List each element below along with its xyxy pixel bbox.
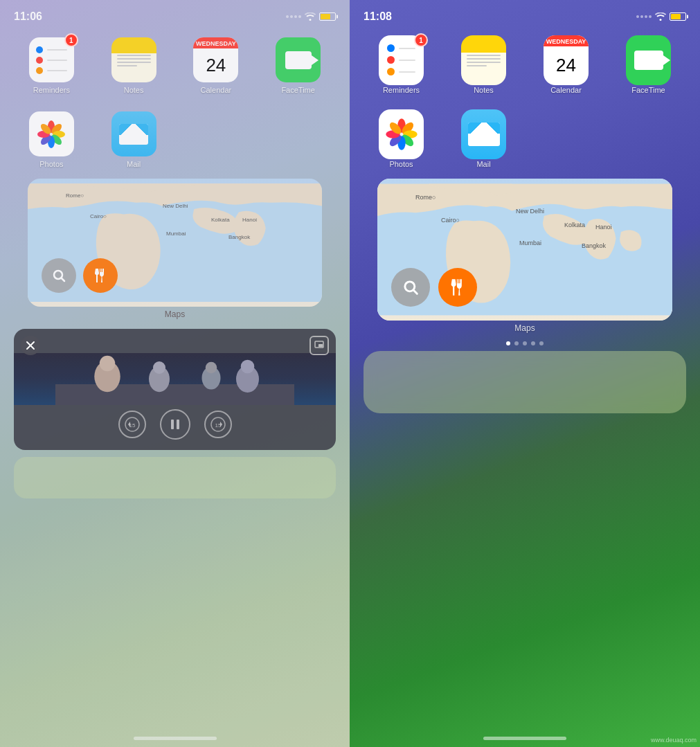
left-rewind-btn[interactable]: 15 xyxy=(118,411,146,438)
left-battery-icon xyxy=(319,12,336,21)
right-map-restaurant-btn[interactable] xyxy=(438,268,477,307)
right-calendar-label: Calendar xyxy=(550,86,582,94)
right-reminder-dot-orange xyxy=(387,68,395,75)
svg-rect-15 xyxy=(318,344,323,347)
reminder-dot-orange xyxy=(36,67,43,74)
right-notes-lines xyxy=(461,35,506,71)
left-mail-icon[interactable] xyxy=(111,111,156,156)
left-notes-icon[interactable] xyxy=(111,37,156,82)
right-mail-label: Mail xyxy=(476,160,490,168)
right-facetime-app[interactable]: FaceTime xyxy=(611,37,686,94)
left-phone: 11:06 xyxy=(0,0,350,747)
left-time: 11:06 xyxy=(14,10,42,23)
left-reminders-icon[interactable]: 1 xyxy=(29,37,74,82)
right-reminder-row-2 xyxy=(387,56,415,64)
right-photos-app[interactable]: Photos xyxy=(364,111,439,168)
page-dot-3 xyxy=(523,341,527,345)
left-video-close[interactable] xyxy=(21,336,40,355)
right-facetime-label: FaceTime xyxy=(631,86,665,94)
left-home-bar xyxy=(134,737,217,740)
svg-point-22 xyxy=(206,362,217,374)
right-phone: 11:08 xyxy=(350,0,700,747)
left-map-restaurant-btn[interactable] xyxy=(83,258,118,293)
right-signal xyxy=(636,15,652,18)
reminder-row-3 xyxy=(36,67,67,74)
right-mail-icon[interactable] xyxy=(461,111,506,156)
left-empty-1 xyxy=(179,111,224,156)
facetime-camera xyxy=(285,51,312,69)
right-mail-app[interactable]: Mail xyxy=(446,111,521,168)
right-photos-icon-bg xyxy=(379,109,424,159)
right-calendar-icon[interactable]: Wednesday 24 xyxy=(544,37,589,82)
right-photos-icon[interactable] xyxy=(379,111,424,156)
watermark: www.deuaq.com xyxy=(651,737,697,744)
right-reminders-app[interactable]: 1 Reminders xyxy=(364,37,439,94)
notes-line-2 xyxy=(117,58,151,60)
right-facetime-camera xyxy=(634,51,663,70)
left-reminders-badge: 1 xyxy=(64,33,78,47)
right-facetime-icon[interactable] xyxy=(626,37,671,82)
left-city-hanoi: Hanoi xyxy=(242,217,257,223)
left-apps-row1: 1 Reminders Notes xyxy=(0,30,350,101)
right-calendar-app[interactable]: Wednesday 24 Calendar xyxy=(528,37,604,94)
left-video-player[interactable]: 15 15 xyxy=(14,329,336,450)
right-home-bar xyxy=(483,737,566,740)
left-calendar-day: Wednesday xyxy=(193,37,238,48)
mail-flap xyxy=(119,124,148,135)
rewind-icon: 15 xyxy=(125,417,140,432)
right-notes-app[interactable]: Notes xyxy=(446,37,521,94)
right-reminder-line-1 xyxy=(399,48,415,49)
left-photos-icon[interactable] xyxy=(29,111,74,156)
right-empty-1 xyxy=(528,111,578,161)
right-notes-icon[interactable] xyxy=(461,37,506,82)
right-time: 11:08 xyxy=(364,10,392,23)
left-signal xyxy=(286,15,301,18)
left-mail-app[interactable]: Mail xyxy=(96,111,172,168)
right-status-bar: 11:08 xyxy=(350,0,700,30)
right-map-search-btn[interactable] xyxy=(391,268,430,307)
notes-line-1 xyxy=(117,55,151,56)
svg-point-20 xyxy=(153,361,165,374)
right-status-icons xyxy=(636,12,686,21)
right-maps-widget[interactable]: Rome○ Cairo○ New Delhi Kolkata Mumbai Ha… xyxy=(377,179,672,321)
notes-lines xyxy=(111,37,156,71)
signal-dot-3 xyxy=(294,15,297,18)
left-facetime-app[interactable]: FaceTime xyxy=(260,37,336,94)
page-dot-5 xyxy=(539,341,544,345)
right-notes-line-3 xyxy=(467,62,501,63)
right-maps-label: Maps xyxy=(364,321,686,336)
left-notes-label: Notes xyxy=(124,86,144,94)
right-city-kolkata: Kolkata xyxy=(564,222,585,228)
right-maps-container: Rome○ Cairo○ New Delhi Kolkata Mumbai Ha… xyxy=(364,179,686,336)
right-reminder-dot-blue xyxy=(387,44,395,52)
reminder-line-3 xyxy=(47,70,67,71)
left-reminders-label: Reminders xyxy=(33,86,70,94)
notes-line-4 xyxy=(117,65,137,66)
left-forward-btn[interactable]: 15 xyxy=(204,411,232,438)
left-reminders-app[interactable]: 1 Reminders xyxy=(14,37,89,94)
left-calendar-icon[interactable]: Wednesday 24 xyxy=(193,37,238,82)
right-reminders-icon[interactable]: 1 xyxy=(379,37,424,82)
right-notes-line-4 xyxy=(467,65,487,66)
left-photos-app[interactable]: Photos xyxy=(14,111,89,168)
right-page-dots xyxy=(350,341,700,345)
left-maps-bg: Rome○ Cairo○ New Delhi Kolkata Mumbai Ha… xyxy=(28,179,322,307)
left-pause-btn[interactable] xyxy=(160,409,190,440)
left-notes-app[interactable]: Notes xyxy=(96,37,172,94)
right-city-bangkok: Bangkok xyxy=(582,242,606,249)
left-facetime-icon[interactable] xyxy=(276,37,321,82)
left-facetime-label: FaceTime xyxy=(281,86,315,94)
left-map-search-btn[interactable] xyxy=(42,258,76,293)
right-battery-fill xyxy=(671,14,681,19)
left-city-newdelhi: New Delhi xyxy=(163,203,188,209)
notes-icon-bg xyxy=(111,37,156,82)
right-restaurant-icon xyxy=(448,278,467,297)
left-video-pip[interactable] xyxy=(309,336,329,355)
left-maps-widget[interactable]: Rome○ Cairo○ New Delhi Kolkata Mumbai Ha… xyxy=(28,179,322,307)
left-calendar-app[interactable]: Wednesday 24 Calendar xyxy=(179,37,254,94)
svg-rect-27 xyxy=(171,420,174,429)
right-signal-dot-4 xyxy=(649,15,652,18)
right-signal-dot-2 xyxy=(640,15,643,18)
right-city-mumbai: Mumbai xyxy=(519,240,541,246)
right-dock xyxy=(364,351,686,413)
